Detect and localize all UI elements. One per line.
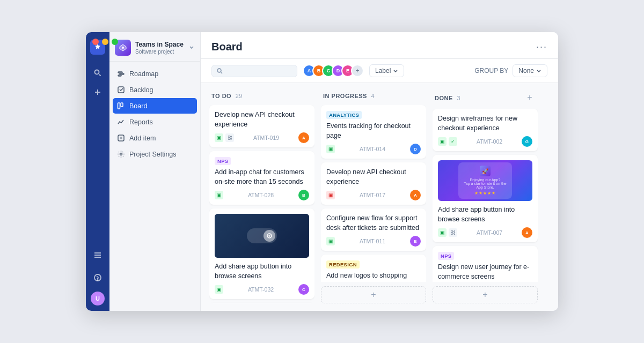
card-footer: ▣ ATMT-028 B bbox=[215, 190, 309, 200]
sidebar-item-board[interactable]: Board bbox=[113, 98, 197, 114]
card-atmt-019[interactable]: Develop new API checkout experience ▣ ⛓ … bbox=[209, 105, 314, 147]
card-title: Add share app button into browse screens bbox=[438, 205, 532, 224]
card-tag: NPS bbox=[215, 157, 231, 165]
svg-rect-4 bbox=[118, 72, 122, 73]
card-icons: ▣ bbox=[215, 285, 223, 294]
project-name: Teams in Space bbox=[135, 41, 184, 48]
card-atmt-007-ip[interactable]: REDESIGN Add new logos to shopping scree… bbox=[321, 255, 426, 282]
card-icons: ▣ bbox=[326, 145, 335, 153]
card-icons: ▣ ⛓ bbox=[438, 228, 457, 237]
card-id: ATMT-017 bbox=[360, 192, 385, 198]
card-avatar: E bbox=[410, 236, 421, 247]
column-todo: TO DO 29 Develop new API checkout experi… bbox=[209, 91, 314, 303]
help-icon-bar[interactable] bbox=[88, 269, 107, 286]
minimize-button[interactable] bbox=[102, 39, 108, 45]
status-icon: ▣ bbox=[215, 285, 223, 294]
label-filter-button[interactable]: Label bbox=[369, 64, 404, 77]
card-avatar: A bbox=[298, 132, 309, 143]
card-atmt-011[interactable]: Configure new flow for support desk afte… bbox=[321, 208, 426, 251]
done-add-button[interactable]: + bbox=[524, 92, 536, 103]
card-avatar: G bbox=[522, 136, 532, 147]
sidebar-label-add-item: Add item bbox=[129, 135, 156, 142]
app-store-image: 🚀 Enjoying our App?Tap a star to rate it… bbox=[438, 160, 532, 201]
card-footer: ▣ ✓ ATMT-002 G bbox=[438, 136, 532, 147]
card-atmt-014[interactable]: ANALYTICS Events tracking for checkout p… bbox=[321, 105, 426, 159]
card-title: Configure new flow for support desk afte… bbox=[326, 214, 421, 233]
project-selector[interactable]: Teams in Space Software project bbox=[109, 32, 200, 62]
card-atmt-005[interactable]: NPS Design new user journey for e-commer… bbox=[433, 246, 538, 282]
app-icon: 🚀 bbox=[480, 166, 491, 176]
group-by-section: GROUP BY None bbox=[474, 64, 547, 77]
inprogress-add-button[interactable]: + bbox=[321, 286, 426, 303]
card-atmt-017[interactable]: Develop new API checkout experience ▣ AT… bbox=[321, 162, 426, 205]
done-bottom-add-button[interactable]: + bbox=[433, 286, 538, 303]
add-assignee-button[interactable]: + bbox=[351, 64, 364, 77]
svg-point-2 bbox=[98, 280, 98, 280]
card-image bbox=[215, 214, 309, 258]
svg-rect-9 bbox=[121, 103, 123, 107]
card-footer: ▣ ATMT-032 C bbox=[215, 284, 309, 295]
status-icon: ▣ bbox=[326, 237, 335, 245]
group-by-button[interactable]: None bbox=[513, 64, 547, 77]
svg-point-0 bbox=[95, 70, 99, 74]
card-title: Add new logos to shopping screens bbox=[326, 271, 421, 282]
assignee-avatars[interactable]: A B C D E + bbox=[303, 64, 364, 77]
svg-rect-6 bbox=[118, 75, 121, 76]
card-atmt-032[interactable]: Add share app button into browse screens… bbox=[209, 208, 314, 299]
card-atmt-002[interactable]: Design wireframes for new checkout exper… bbox=[433, 109, 538, 151]
project-type: Software project bbox=[135, 49, 184, 55]
sidebar-item-backlog[interactable]: Backlog bbox=[113, 82, 197, 98]
page-title: Board bbox=[211, 41, 243, 53]
inprogress-title: IN PROGRESS bbox=[323, 93, 367, 99]
sidebar-item-project-settings[interactable]: Project Settings bbox=[113, 146, 197, 162]
card-id: ATMT-032 bbox=[248, 286, 274, 293]
card-icons: ▣ ⛓ bbox=[215, 133, 234, 142]
more-options-button[interactable]: ··· bbox=[536, 41, 547, 53]
svg-rect-8 bbox=[118, 103, 120, 109]
header-actions: ··· bbox=[536, 41, 547, 53]
card-title: Design new user journey for e-commerce s… bbox=[438, 263, 532, 281]
status-icon: ▣ bbox=[215, 191, 223, 199]
card-icons: ▣ bbox=[326, 191, 335, 199]
card-atmt-007-done[interactable]: 🚀 Enjoying our App?Tap a star to rate it… bbox=[433, 155, 538, 242]
group-by-label: GROUP BY bbox=[474, 67, 508, 74]
svg-point-12 bbox=[120, 153, 122, 155]
project-info: Teams in Space Software project bbox=[135, 41, 184, 54]
board-toolbar: A B C D E + Label GROUP BY None bbox=[201, 59, 558, 83]
project-chevron-icon[interactable] bbox=[188, 44, 195, 52]
search-icon bbox=[216, 68, 223, 74]
card-atmt-028[interactable]: NPS Add in-app chat for customers on-sit… bbox=[209, 151, 314, 205]
todo-column-header: TO DO 29 bbox=[209, 91, 314, 101]
sidebar-item-add-item[interactable]: Add item bbox=[113, 130, 197, 146]
user-avatar-bar[interactable]: U bbox=[91, 292, 105, 305]
menu-icon-bar[interactable] bbox=[88, 247, 107, 264]
search-icon-bar[interactable] bbox=[88, 64, 107, 81]
icon-bar: U bbox=[86, 32, 109, 311]
board-columns: TO DO 29 Develop new API checkout experi… bbox=[201, 83, 558, 311]
card-improve-app[interactable]: Improve app load time after open bbox=[209, 303, 314, 303]
sidebar-nav: Roadmap Backlog Board bbox=[109, 62, 200, 167]
close-button[interactable] bbox=[92, 39, 99, 45]
card-footer: ▣ ⛓ ATMT-007 A bbox=[438, 227, 532, 238]
card-icons: ▣ bbox=[326, 237, 335, 245]
todo-cards: Develop new API checkout experience ▣ ⛓ … bbox=[209, 105, 314, 303]
card-tag: NPS bbox=[438, 252, 454, 260]
sidebar-label-board: Board bbox=[129, 102, 147, 110]
sidebar-item-roadmap[interactable]: Roadmap bbox=[113, 66, 197, 81]
card-id: ATMT-011 bbox=[360, 238, 385, 244]
card-id: ATMT-019 bbox=[253, 135, 279, 141]
sidebar-item-reports[interactable]: Reports bbox=[113, 114, 197, 130]
card-footer: ▣ ATMT-011 E bbox=[326, 236, 421, 247]
main-content: Board ··· A B C D E + bbox=[201, 32, 558, 311]
card-id: ATMT-014 bbox=[360, 146, 385, 152]
sidebar-label-roadmap: Roadmap bbox=[129, 70, 158, 78]
link-icon: ⛓ bbox=[449, 228, 457, 237]
link-icon: ⛓ bbox=[225, 133, 234, 142]
search-box[interactable] bbox=[211, 65, 297, 77]
app-store-text: Enjoying our App?Tap a star to rate it o… bbox=[464, 178, 506, 189]
inprogress-column-header: IN PROGRESS 4 bbox=[321, 91, 426, 101]
maximize-button[interactable] bbox=[112, 39, 118, 45]
status-icon: ▣ bbox=[438, 228, 447, 237]
card-avatar: D bbox=[410, 144, 421, 154]
add-icon-bar[interactable] bbox=[88, 84, 107, 101]
